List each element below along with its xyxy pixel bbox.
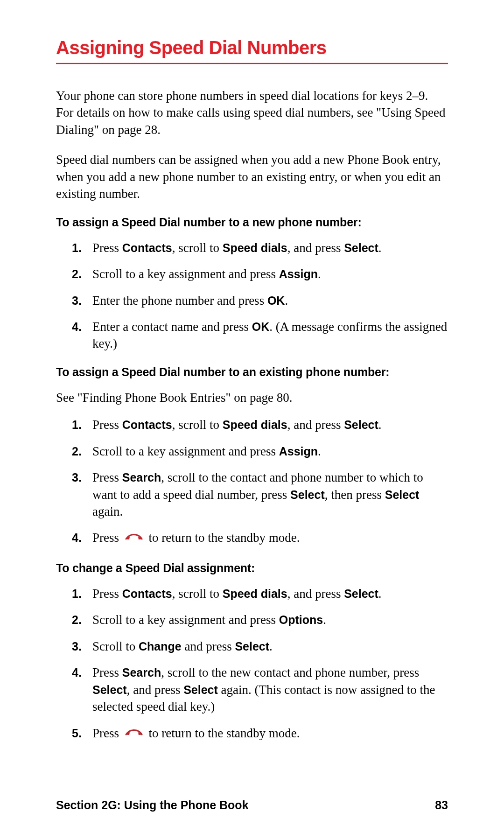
text-run: , and press (287, 418, 344, 432)
footer-section-label: Section 2G: Using the Phone Book (56, 798, 249, 812)
text-run: Enter the phone number and press (92, 294, 267, 308)
intro-paragraphs: Your phone can store phone numbers in sp… (56, 87, 448, 203)
text-run: . (269, 639, 273, 653)
step-item: Press to return to the standby mode. (56, 529, 448, 548)
procedure-heading: To assign a Speed Dial number to a new p… (56, 216, 448, 229)
procedure-steps: Press Contacts, scroll to Speed dials, a… (56, 239, 448, 352)
step-item: Press Contacts, scroll to Speed dials, a… (56, 416, 448, 433)
text-run: , scroll to (172, 418, 223, 432)
bold-term: Speed dials (223, 418, 287, 431)
bold-term: Contacts (122, 418, 172, 431)
text-run: , scroll to (172, 241, 223, 255)
bold-term: Select (235, 640, 269, 653)
step-item: Scroll to Change and press Select. (56, 638, 448, 655)
text-run: Scroll to a key assignment and press (92, 444, 279, 458)
text-run: . (378, 587, 382, 601)
bold-term: Assign (279, 445, 318, 458)
procedure-note: See "Finding Phone Book Entries" on page… (56, 389, 448, 406)
text-run: to return to the standby mode. (146, 531, 300, 545)
text-run: , and press (287, 587, 344, 601)
step-item: Enter a contact name and press OK. (A me… (56, 318, 448, 352)
bold-term: Change (139, 640, 182, 653)
step-item: Scroll to a key assignment and press Opt… (56, 611, 448, 628)
end-call-icon (125, 531, 143, 548)
step-item: Press to return to the standby mode. (56, 725, 448, 743)
bold-term: Search (122, 471, 161, 484)
procedure-heading: To assign a Speed Dial number to an exis… (56, 365, 448, 379)
text-run: Press (92, 587, 122, 601)
end-call-icon (125, 727, 143, 743)
text-run: Scroll to (92, 639, 139, 653)
text-run: again. (92, 504, 123, 518)
bold-term: Select (290, 488, 325, 501)
section-title: Assigning Speed Dial Numbers (56, 37, 448, 64)
page-footer: Section 2G: Using the Phone Book 83 (56, 798, 448, 812)
bold-term: Select (344, 587, 378, 600)
procedure-heading: To change a Speed Dial assignment: (56, 561, 448, 575)
text-run: to return to the standby mode. (146, 726, 300, 740)
step-item: Press Search, scroll to the contact and … (56, 469, 448, 520)
text-run: . (323, 613, 326, 627)
bold-term: Select (183, 683, 218, 696)
procedure-steps: Press Contacts, scroll to Speed dials, a… (56, 585, 448, 743)
text-run: Press (92, 665, 122, 679)
text-run: . (318, 444, 321, 458)
bold-term: Options (279, 613, 323, 626)
intro-paragraph: Speed dial numbers can be assigned when … (56, 151, 448, 202)
step-item: Press Contacts, scroll to Speed dials, a… (56, 239, 448, 256)
text-run: . (378, 418, 382, 432)
bold-term: OK (252, 320, 270, 333)
bold-term: Speed dials (223, 241, 287, 254)
text-run: Press (92, 418, 122, 432)
text-run: Press (92, 531, 122, 545)
text-run: Press (92, 726, 122, 740)
text-run: . (285, 294, 288, 308)
footer-page-number: 83 (435, 798, 448, 812)
step-item: Press Search, scroll to the new contact … (56, 664, 448, 715)
procedure-steps: Press Contacts, scroll to Speed dials, a… (56, 416, 448, 548)
bold-term: Contacts (122, 241, 172, 254)
step-item: Scroll to a key assignment and press Ass… (56, 266, 448, 282)
bold-term: Select (344, 418, 378, 431)
text-run: . (318, 267, 321, 281)
step-item: Scroll to a key assignment and press Ass… (56, 443, 448, 460)
text-run: . (378, 241, 382, 255)
text-run: Scroll to a key assignment and press (92, 267, 279, 281)
text-run: and press (182, 639, 235, 653)
text-run: Press (92, 241, 122, 255)
bold-term: Speed dials (223, 587, 287, 600)
text-run: Press (92, 470, 122, 484)
sections-container: To assign a Speed Dial number to a new p… (56, 216, 448, 743)
page-content: Assigning Speed Dial Numbers Your phone … (56, 37, 448, 756)
bold-term: Select (92, 683, 127, 696)
step-item: Press Contacts, scroll to Speed dials, a… (56, 585, 448, 602)
bold-term: Select (385, 488, 420, 501)
bold-term: OK (267, 294, 285, 307)
text-run: , and press (287, 241, 344, 255)
text-run: , then press (325, 488, 385, 502)
text-run: , scroll to the new contact and phone nu… (161, 665, 419, 679)
text-run: , scroll to (172, 587, 223, 601)
text-run: Scroll to a key assignment and press (92, 613, 279, 627)
text-run: Enter a contact name and press (92, 320, 252, 334)
bold-term: Select (344, 241, 378, 254)
bold-term: Contacts (122, 587, 172, 600)
intro-paragraph: Your phone can store phone numbers in sp… (56, 87, 448, 138)
step-item: Enter the phone number and press OK. (56, 292, 448, 309)
text-run: , and press (127, 683, 183, 697)
bold-term: Search (122, 666, 161, 679)
bold-term: Assign (279, 267, 318, 280)
